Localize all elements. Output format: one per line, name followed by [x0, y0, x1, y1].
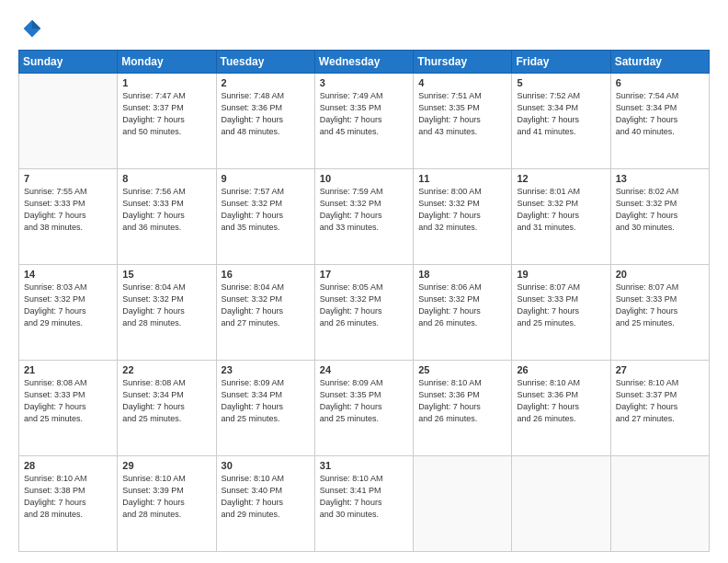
day-info: Sunrise: 7:54 AMSunset: 3:34 PMDaylight:…: [616, 90, 704, 138]
calendar-cell: 29Sunrise: 8:10 AMSunset: 3:39 PMDayligh…: [118, 456, 216, 552]
calendar-cell: 1Sunrise: 7:47 AMSunset: 3:37 PMDaylight…: [118, 74, 216, 169]
calendar-cell: 18Sunrise: 8:06 AMSunset: 3:32 PMDayligh…: [414, 265, 512, 361]
calendar-cell: 25Sunrise: 8:10 AMSunset: 3:36 PMDayligh…: [414, 361, 512, 456]
calendar-cell: 2Sunrise: 7:48 AMSunset: 3:36 PMDaylight…: [216, 74, 314, 169]
day-number: 1: [122, 77, 210, 88]
day-info: Sunrise: 8:04 AMSunset: 3:32 PMDaylight:…: [222, 282, 310, 329]
day-number: 27: [616, 364, 704, 375]
day-number: 18: [418, 269, 506, 280]
day-number: 22: [122, 364, 210, 375]
day-number: 17: [320, 269, 408, 280]
day-number: 30: [222, 460, 310, 471]
day-number: 29: [122, 460, 210, 471]
week-row-0: 1Sunrise: 7:47 AMSunset: 3:37 PMDaylight…: [19, 74, 710, 169]
day-info: Sunrise: 7:48 AMSunset: 3:36 PMDaylight:…: [222, 90, 310, 138]
calendar-cell: 14Sunrise: 8:03 AMSunset: 3:32 PMDayligh…: [19, 265, 118, 361]
day-info: Sunrise: 8:09 AMSunset: 3:34 PMDaylight:…: [222, 377, 310, 425]
day-info: Sunrise: 7:57 AMSunset: 3:32 PMDaylight:…: [222, 186, 310, 234]
calendar-cell: 21Sunrise: 8:08 AMSunset: 3:33 PMDayligh…: [19, 361, 118, 456]
weekday-header-thursday: Thursday: [414, 51, 512, 74]
calendar-cell: 3Sunrise: 7:49 AMSunset: 3:35 PMDaylight…: [314, 74, 413, 169]
calendar-cell: 10Sunrise: 7:59 AMSunset: 3:32 PMDayligh…: [314, 169, 413, 265]
weekday-header-tuesday: Tuesday: [216, 51, 314, 74]
day-info: Sunrise: 8:06 AMSunset: 3:32 PMDaylight:…: [418, 282, 506, 329]
day-number: 7: [24, 173, 112, 184]
day-number: 14: [24, 269, 112, 280]
calendar-cell: 13Sunrise: 8:02 AMSunset: 3:32 PMDayligh…: [610, 169, 709, 265]
day-info: Sunrise: 8:01 AMSunset: 3:32 PMDaylight:…: [517, 186, 605, 234]
calendar-cell: 15Sunrise: 8:04 AMSunset: 3:32 PMDayligh…: [118, 265, 216, 361]
calendar-cell: 26Sunrise: 8:10 AMSunset: 3:36 PMDayligh…: [512, 361, 610, 456]
day-info: Sunrise: 7:47 AMSunset: 3:37 PMDaylight:…: [122, 90, 210, 138]
day-info: Sunrise: 8:08 AMSunset: 3:34 PMDaylight:…: [122, 377, 210, 425]
day-info: Sunrise: 8:09 AMSunset: 3:35 PMDaylight:…: [320, 377, 408, 425]
day-info: Sunrise: 7:56 AMSunset: 3:33 PMDaylight:…: [122, 186, 210, 234]
calendar-cell: [512, 456, 610, 552]
day-number: 15: [122, 269, 210, 280]
calendar-cell: [414, 456, 512, 552]
calendar-cell: 7Sunrise: 7:55 AMSunset: 3:33 PMDaylight…: [19, 169, 118, 265]
calendar-cell: [610, 456, 709, 552]
weekday-header-saturday: Saturday: [610, 51, 709, 74]
calendar-cell: 28Sunrise: 8:10 AMSunset: 3:38 PMDayligh…: [19, 456, 118, 552]
day-info: Sunrise: 7:49 AMSunset: 3:35 PMDaylight:…: [320, 90, 408, 138]
day-info: Sunrise: 8:07 AMSunset: 3:33 PMDaylight:…: [517, 282, 605, 329]
day-info: Sunrise: 7:52 AMSunset: 3:34 PMDaylight:…: [517, 90, 605, 138]
calendar-cell: 19Sunrise: 8:07 AMSunset: 3:33 PMDayligh…: [512, 265, 610, 361]
calendar-cell: 23Sunrise: 8:09 AMSunset: 3:34 PMDayligh…: [216, 361, 314, 456]
day-number: 25: [418, 364, 506, 375]
day-number: 3: [320, 77, 408, 88]
calendar-cell: 11Sunrise: 8:00 AMSunset: 3:32 PMDayligh…: [414, 169, 512, 265]
day-info: Sunrise: 8:04 AMSunset: 3:32 PMDaylight:…: [122, 282, 210, 329]
day-info: Sunrise: 8:10 AMSunset: 3:39 PMDaylight:…: [122, 473, 210, 521]
calendar-cell: 4Sunrise: 7:51 AMSunset: 3:35 PMDaylight…: [414, 74, 512, 169]
calendar-cell: 31Sunrise: 8:10 AMSunset: 3:41 PMDayligh…: [314, 456, 413, 552]
calendar-cell: 16Sunrise: 8:04 AMSunset: 3:32 PMDayligh…: [216, 265, 314, 361]
day-number: 28: [24, 460, 112, 471]
calendar-cell: 30Sunrise: 8:10 AMSunset: 3:40 PMDayligh…: [216, 456, 314, 552]
calendar-cell: 9Sunrise: 7:57 AMSunset: 3:32 PMDaylight…: [216, 169, 314, 265]
day-number: 23: [222, 364, 310, 375]
day-info: Sunrise: 8:07 AMSunset: 3:33 PMDaylight:…: [616, 282, 704, 329]
header: [18, 17, 710, 42]
day-number: 31: [320, 460, 408, 471]
weekday-header-sunday: Sunday: [19, 51, 118, 74]
day-number: 19: [517, 269, 605, 280]
day-number: 8: [122, 173, 210, 184]
day-info: Sunrise: 8:10 AMSunset: 3:37 PMDaylight:…: [616, 377, 704, 425]
calendar-cell: 24Sunrise: 8:09 AMSunset: 3:35 PMDayligh…: [314, 361, 413, 456]
week-row-1: 7Sunrise: 7:55 AMSunset: 3:33 PMDaylight…: [19, 169, 710, 265]
day-number: 4: [418, 77, 506, 88]
calendar-cell: [19, 74, 118, 169]
calendar-cell: 17Sunrise: 8:05 AMSunset: 3:32 PMDayligh…: [314, 265, 413, 361]
day-info: Sunrise: 8:10 AMSunset: 3:41 PMDaylight:…: [320, 473, 408, 521]
day-number: 24: [320, 364, 408, 375]
svg-marker-1: [32, 20, 40, 29]
calendar-cell: 12Sunrise: 8:01 AMSunset: 3:32 PMDayligh…: [512, 169, 610, 265]
day-number: 13: [616, 173, 704, 184]
day-info: Sunrise: 8:05 AMSunset: 3:32 PMDaylight:…: [320, 282, 408, 329]
week-row-4: 28Sunrise: 8:10 AMSunset: 3:38 PMDayligh…: [19, 456, 710, 552]
day-info: Sunrise: 8:03 AMSunset: 3:32 PMDaylight:…: [24, 282, 112, 329]
week-row-2: 14Sunrise: 8:03 AMSunset: 3:32 PMDayligh…: [19, 265, 710, 361]
day-number: 9: [222, 173, 310, 184]
day-info: Sunrise: 7:51 AMSunset: 3:35 PMDaylight:…: [418, 90, 506, 138]
day-info: Sunrise: 8:10 AMSunset: 3:40 PMDaylight:…: [222, 473, 310, 521]
logo: [18, 17, 48, 42]
day-number: 5: [517, 77, 605, 88]
weekday-header-friday: Friday: [512, 51, 610, 74]
day-info: Sunrise: 8:10 AMSunset: 3:36 PMDaylight:…: [517, 377, 605, 425]
day-number: 20: [616, 269, 704, 280]
day-info: Sunrise: 8:10 AMSunset: 3:38 PMDaylight:…: [24, 473, 112, 521]
logo-icon: [18, 17, 44, 42]
calendar-cell: 5Sunrise: 7:52 AMSunset: 3:34 PMDaylight…: [512, 74, 610, 169]
day-number: 2: [222, 77, 310, 88]
day-number: 12: [517, 173, 605, 184]
day-info: Sunrise: 8:08 AMSunset: 3:33 PMDaylight:…: [24, 377, 112, 425]
day-info: Sunrise: 7:55 AMSunset: 3:33 PMDaylight:…: [24, 186, 112, 234]
week-row-3: 21Sunrise: 8:08 AMSunset: 3:33 PMDayligh…: [19, 361, 710, 456]
calendar-table: SundayMondayTuesdayWednesdayThursdayFrid…: [18, 50, 710, 552]
calendar-cell: 8Sunrise: 7:56 AMSunset: 3:33 PMDaylight…: [118, 169, 216, 265]
calendar-cell: 6Sunrise: 7:54 AMSunset: 3:34 PMDaylight…: [610, 74, 709, 169]
day-info: Sunrise: 8:02 AMSunset: 3:32 PMDaylight:…: [616, 186, 704, 234]
